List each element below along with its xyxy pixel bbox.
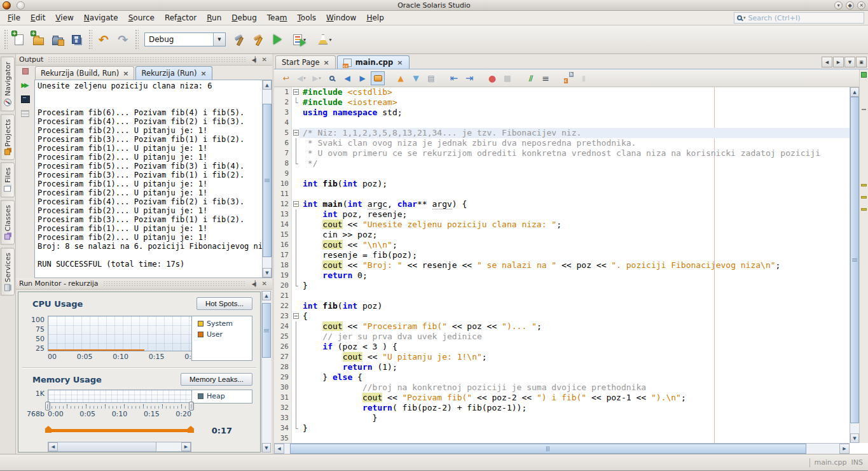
back-icon[interactable]: ◀▾ [294, 71, 308, 85]
fold-column[interactable] [291, 158, 300, 169]
menu-item-debug[interactable]: Debug [226, 11, 261, 24]
fold-column[interactable] [291, 383, 300, 393]
warning-mark[interactable] [861, 184, 867, 186]
fold-column[interactable] [291, 281, 300, 291]
menu-item-tools[interactable]: Tools [293, 11, 322, 24]
menu-item-team[interactable]: Team [262, 11, 293, 24]
record-macro-icon[interactable]: ● [485, 71, 499, 85]
scroll-left-icon[interactable]: ◀ [48, 442, 58, 451]
fold-column[interactable] [291, 301, 300, 311]
fold-column[interactable] [291, 372, 300, 383]
output-options-icon[interactable] [21, 110, 29, 117]
fold-column[interactable] [291, 260, 300, 271]
editor-tab-main-cpp[interactable]: main.cpp× [337, 55, 410, 69]
code-editor[interactable]: 1#include <cstdlib>2#include <iostream>3… [274, 87, 850, 443]
fold-column[interactable] [291, 108, 300, 118]
menu-item-refactor[interactable]: Refactor [160, 11, 202, 24]
fold-column[interactable] [291, 342, 300, 352]
scrollbar-thumb[interactable] [262, 303, 271, 357]
comment-icon[interactable]: ∕∕ [523, 71, 537, 85]
uncomment-icon[interactable]: ≡ [539, 71, 553, 85]
fold-column[interactable] [291, 230, 300, 240]
fold-column[interactable] [291, 128, 300, 138]
scroll-down-icon[interactable]: ▼ [262, 443, 271, 453]
minimize-panel-icon[interactable]: ◀▏ [250, 281, 260, 287]
search-input[interactable] [748, 14, 861, 22]
fold-start-icon[interactable] [293, 130, 299, 136]
profile-project-button[interactable]: ▾ [312, 29, 338, 50]
menu-item-window[interactable]: Window [321, 11, 361, 24]
sidebar-tab-services[interactable]: Services [1, 248, 15, 295]
menu-item-file[interactable]: File [3, 11, 25, 24]
sidebar-tab-classes[interactable]: Classes [1, 200, 15, 244]
fold-column[interactable] [291, 138, 300, 148]
fold-column[interactable] [291, 179, 300, 189]
next-occurrence-icon[interactable]: ▼ [409, 71, 423, 85]
fold-column[interactable] [291, 87, 300, 97]
fold-column[interactable] [291, 169, 300, 179]
restore-window-icon[interactable]: ◆ [846, 1, 854, 10]
forward-icon[interactable]: ▶▾ [310, 71, 324, 85]
scrollbar-thumb[interactable] [850, 97, 859, 423]
sidebar-tab-files[interactable]: Files [1, 162, 15, 197]
tab-list-icon[interactable]: ▼ [844, 57, 855, 67]
menu-item-view[interactable]: View [50, 11, 78, 24]
fold-column[interactable] [291, 148, 300, 158]
dropdown-icon[interactable]: ▾ [303, 76, 306, 81]
fold-column[interactable] [291, 291, 300, 301]
maximize-editor-icon[interactable]: ▣ [856, 57, 867, 67]
timeline-start-handle[interactable] [45, 402, 50, 411]
stop-run-icon[interactable] [22, 68, 29, 74]
timeline-end-handle[interactable] [189, 402, 194, 411]
dropdown-icon[interactable]: ▾ [319, 76, 321, 81]
fold-column[interactable] [291, 240, 300, 250]
fold-column[interactable] [291, 189, 300, 199]
output-console[interactable]: Unesite zeljenu poziciju clana niza: 6Pr… [35, 80, 262, 278]
new-file-button[interactable]: + [10, 29, 29, 50]
warning-mark[interactable] [861, 208, 867, 211]
timeline-scrollbar[interactable]: ◀ ▶ [48, 442, 191, 452]
output-panel-header[interactable]: Output ◀▏ ✕ [16, 54, 272, 66]
quick-search[interactable]: ▾ [734, 12, 864, 24]
find-next-icon[interactable]: ▶ [355, 71, 369, 85]
redo-button[interactable]: ↷ [113, 29, 132, 50]
header-source-icon[interactable] [561, 71, 575, 85]
fold-column[interactable] [291, 413, 300, 423]
new-project-button[interactable]: + [29, 29, 48, 50]
run-button[interactable] [268, 29, 287, 50]
scroll-up-icon[interactable]: ▲ [850, 87, 859, 97]
shift-left-icon[interactable]: ⇤ [447, 71, 461, 85]
configuration-select[interactable]: Debug ▼ [144, 32, 226, 46]
run-monitor-scrollbar[interactable]: ▲ ▼ [261, 291, 271, 453]
output-vertical-scrollbar[interactable]: ▲ ▼ [262, 80, 272, 278]
scroll-down-icon[interactable]: ▼ [263, 268, 272, 278]
previous-occurrence-icon[interactable]: ▲ [394, 71, 408, 85]
fold-column[interactable] [291, 362, 300, 372]
menu-item-run[interactable]: Run [202, 11, 226, 24]
memory-leaks-button[interactable]: Memory Leaks... [181, 373, 252, 386]
rerun-icon[interactable]: ▶▶ [21, 81, 29, 88]
scrollbar-thumb[interactable] [263, 104, 272, 257]
fold-column[interactable] [291, 423, 300, 433]
fold-column[interactable] [291, 332, 300, 342]
editor-tab-start-page[interactable]: Start Page× [275, 55, 336, 69]
fold-column[interactable] [291, 220, 300, 230]
minimize-window-icon[interactable]: ▾ [834, 1, 843, 10]
close-tab-icon[interactable]: × [200, 69, 206, 78]
scroll-up-icon[interactable]: ▲ [263, 80, 272, 90]
fold-column[interactable] [291, 118, 300, 128]
editor-vertical-scrollbar[interactable]: ▲ ▼ [850, 87, 859, 443]
fold-column[interactable] [291, 209, 300, 220]
output-tab[interactable]: Rekurzija (Build, Run)× [35, 66, 134, 80]
find-icon[interactable] [325, 71, 339, 85]
terminal-icon[interactable] [21, 95, 30, 103]
fold-start-icon[interactable] [293, 89, 299, 95]
profile-dropdown-icon[interactable]: ▾ [329, 37, 331, 43]
undo-button[interactable]: ↶ [94, 29, 113, 50]
fold-column[interactable] [291, 403, 300, 413]
sidebar-tab-projects[interactable]: Projects [1, 114, 15, 160]
open-project-button[interactable] [48, 29, 67, 50]
fold-column[interactable] [291, 250, 300, 260]
search-dropdown-icon[interactable]: ▾ [743, 15, 746, 20]
shift-right-icon[interactable]: ⇥ [462, 71, 476, 85]
